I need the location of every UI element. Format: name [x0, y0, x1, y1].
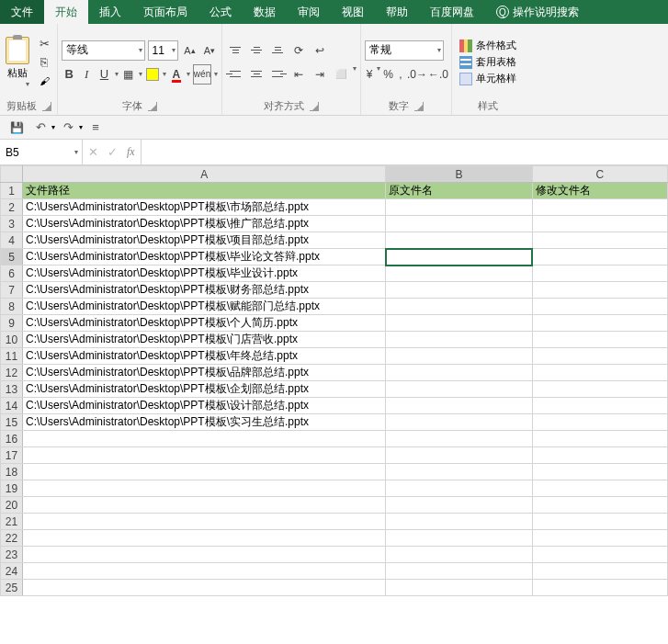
row-header[interactable]: 19: [1, 480, 23, 497]
cell[interactable]: [22, 547, 385, 563]
cell[interactable]: [22, 464, 385, 480]
cancel-formula-button[interactable]: ✕: [88, 145, 98, 159]
cell[interactable]: [386, 464, 532, 480]
row-header[interactable]: 3: [1, 216, 23, 232]
row-header[interactable]: 8: [1, 299, 23, 315]
row-header[interactable]: 17: [1, 447, 23, 464]
qat-customize[interactable]: ≡: [85, 119, 107, 137]
dialog-launcher[interactable]: [414, 102, 424, 111]
save-button[interactable]: [6, 119, 28, 137]
cell[interactable]: [532, 497, 667, 514]
align-right-button[interactable]: [268, 64, 287, 85]
cell[interactable]: C:\Users\Administrator\Desktop\PPT模板\财务部…: [22, 282, 385, 299]
dialog-launcher[interactable]: [42, 102, 51, 111]
italic-button[interactable]: I: [79, 64, 94, 85]
cell[interactable]: C:\Users\Administrator\Desktop\PPT模板\毕业设…: [22, 266, 385, 282]
column-header-B[interactable]: B: [386, 166, 532, 183]
align-middle-button[interactable]: [247, 40, 266, 61]
cell[interactable]: [386, 547, 532, 563]
cell[interactable]: [532, 381, 667, 398]
chevron-down-icon[interactable]: ▾: [353, 64, 357, 85]
number-format-combo[interactable]: 常规▾: [365, 40, 444, 61]
select-all-corner[interactable]: [1, 166, 23, 183]
name-box[interactable]: B5▾: [0, 140, 83, 164]
cell[interactable]: [532, 563, 667, 580]
cell[interactable]: [532, 464, 667, 480]
conditional-formatting-button[interactable]: 条件格式: [459, 39, 516, 52]
chevron-down-icon[interactable]: ▾: [377, 64, 380, 85]
chevron-down-icon[interactable]: ▾: [187, 70, 190, 78]
dialog-launcher[interactable]: [310, 102, 319, 111]
cell[interactable]: [532, 199, 667, 216]
row-header[interactable]: 9: [1, 315, 23, 332]
chevron-down-icon[interactable]: ▾: [163, 70, 166, 78]
cell[interactable]: [386, 381, 532, 398]
tab-insert[interactable]: 插入: [88, 0, 132, 24]
align-center-button[interactable]: [247, 64, 266, 85]
cell[interactable]: C:\Users\Administrator\Desktop\PPT模板\毕业论…: [22, 249, 385, 266]
header-cell[interactable]: 修改文件名: [532, 183, 667, 199]
enter-formula-button[interactable]: ✓: [108, 145, 118, 159]
grow-font-button[interactable]: A▴: [181, 40, 198, 61]
row-header[interactable]: 22: [1, 530, 23, 547]
cell[interactable]: C:\Users\Administrator\Desktop\PPT模板\推广部…: [22, 216, 385, 232]
cell[interactable]: [532, 398, 667, 414]
cell[interactable]: [532, 232, 667, 249]
cell[interactable]: C:\Users\Administrator\Desktop\PPT模板\年终总…: [22, 348, 385, 365]
cell[interactable]: C:\Users\Administrator\Desktop\PPT模板\企划部…: [22, 381, 385, 398]
cell[interactable]: [386, 315, 532, 332]
row-header[interactable]: 14: [1, 398, 23, 414]
column-header-C[interactable]: C: [532, 166, 667, 183]
decrease-indent-button[interactable]: ⇤: [289, 64, 308, 85]
cell[interactable]: [22, 447, 385, 464]
cell[interactable]: [532, 447, 667, 464]
worksheet-grid[interactable]: ABC1文件路径原文件名修改文件名2C:\Users\Administrator…: [0, 165, 668, 644]
cell[interactable]: [22, 431, 385, 447]
cell[interactable]: [386, 563, 532, 580]
row-header[interactable]: 7: [1, 282, 23, 299]
cell[interactable]: [386, 266, 532, 282]
header-cell[interactable]: 文件路径: [22, 183, 385, 199]
wrap-text-button[interactable]: [311, 40, 329, 61]
cell[interactable]: [532, 249, 667, 266]
cell[interactable]: [386, 299, 532, 315]
cell[interactable]: [532, 414, 667, 431]
cell[interactable]: [386, 514, 532, 530]
row-header[interactable]: 20: [1, 497, 23, 514]
cell[interactable]: [386, 398, 532, 414]
underline-button[interactable]: U: [96, 64, 111, 85]
cell-styles-button[interactable]: 单元格样: [459, 72, 516, 85]
tab-formulas[interactable]: 公式: [198, 0, 243, 24]
row-header[interactable]: 4: [1, 232, 23, 249]
phonetic-guide-button[interactable]: wén: [193, 64, 211, 85]
format-as-table-button[interactable]: 套用表格: [459, 55, 516, 69]
row-header[interactable]: 10: [1, 332, 23, 348]
cut-button[interactable]: [35, 36, 53, 52]
row-header[interactable]: 15: [1, 414, 23, 431]
row-header[interactable]: 25: [1, 580, 23, 596]
cell[interactable]: [22, 580, 385, 596]
fill-color-button[interactable]: [145, 64, 160, 85]
cell[interactable]: [22, 530, 385, 547]
column-header-A[interactable]: A: [22, 166, 385, 183]
cell[interactable]: [386, 497, 532, 514]
cell[interactable]: [532, 480, 667, 497]
cell[interactable]: C:\Users\Administrator\Desktop\PPT模板\赋能部…: [22, 299, 385, 315]
shrink-font-button[interactable]: A▾: [201, 40, 218, 61]
cell[interactable]: C:\Users\Administrator\Desktop\PPT模板\项目部…: [22, 232, 385, 249]
tab-page-layout[interactable]: 页面布局: [132, 0, 198, 24]
format-painter-button[interactable]: [35, 73, 53, 89]
cell[interactable]: [386, 348, 532, 365]
cell[interactable]: [386, 282, 532, 299]
cell[interactable]: [532, 580, 667, 596]
cell[interactable]: [22, 514, 385, 530]
cell[interactable]: [386, 447, 532, 464]
cell[interactable]: [386, 414, 532, 431]
font-size-combo[interactable]: 11▾: [148, 40, 179, 61]
dialog-launcher[interactable]: [148, 102, 157, 111]
row-header[interactable]: 11: [1, 348, 23, 365]
row-header[interactable]: 21: [1, 514, 23, 530]
cell[interactable]: [386, 530, 532, 547]
cell[interactable]: C:\Users\Administrator\Desktop\PPT模板\设计部…: [22, 398, 385, 414]
cell[interactable]: C:\Users\Administrator\Desktop\PPT模板\实习生…: [22, 414, 385, 431]
